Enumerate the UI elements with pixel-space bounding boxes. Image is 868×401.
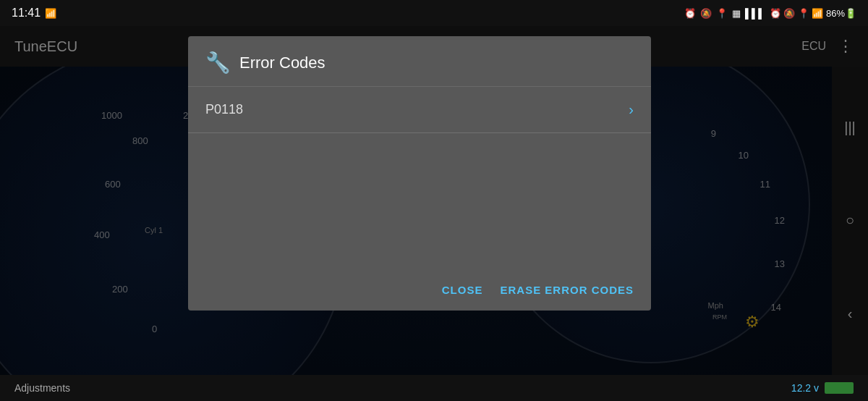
mute-icon: 🔕 [700,8,712,19]
error-codes-dialog: 🔧 Error Codes P0118 › CLOSE ERASE ERROR … [188,36,651,311]
status-bar: 11:41 📶 ⏰ 🔕 📍 ▦ ▌▌▌ ⏰ 🔕 📍 📶 86%🔋 [0,0,868,26]
status-time: 11:41 📶 [12,7,56,20]
wifi-icon: ▦ [732,8,741,19]
erase-error-codes-button[interactable]: ERASE ERROR CODES [500,284,634,296]
dialog-header: 🔧 Error Codes [188,36,651,87]
alarm-icon: ⏰ [684,8,696,19]
dialog-actions: CLOSE ERASE ERROR CODES [188,275,651,311]
voltage-display: 12.2 v [791,382,854,394]
battery-percent: ⏰ 🔕 📍 📶 86%🔋 [770,8,856,19]
bottom-bar: Adjustments 12.2 v [0,375,868,401]
signal-bars-icon: ▌▌▌ [745,8,765,19]
battery-indicator [825,382,854,394]
status-icons: ⏰ 🔕 📍 ▦ ▌▌▌ ⏰ 🔕 📍 📶 86%🔋 [684,8,856,19]
voltage-value: 12.2 v [791,382,819,394]
location-icon: 📍 [716,8,728,19]
error-code-p0118: P0118 [205,102,243,117]
signal-icon: 📶 [45,8,56,19]
dialog-engine-icon: 🔧 [205,51,231,75]
dialog-content: P0118 › [188,87,651,275]
adjustments-label: Adjustments [14,382,70,394]
dialog-title: Error Codes [239,54,326,72]
time-display: 11:41 [12,7,41,20]
error-code-item[interactable]: P0118 › [188,87,651,133]
close-button[interactable]: CLOSE [442,284,483,296]
chevron-right-icon: › [629,101,634,118]
